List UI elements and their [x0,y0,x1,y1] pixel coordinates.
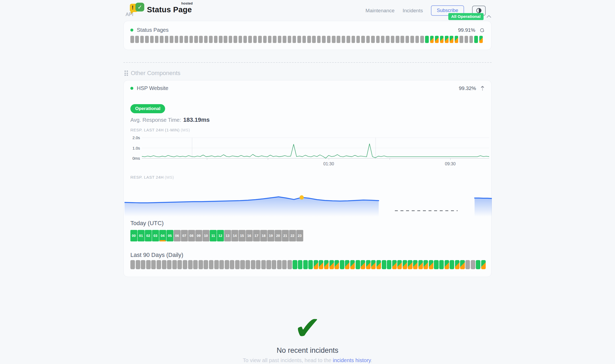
hour-block-07[interactable]: 07 [181,230,188,241]
uptime-bar-na[interactable] [465,260,470,269]
hour-block-14[interactable]: 14 [231,230,238,241]
hour-block-18[interactable]: 18 [260,230,267,241]
uptime-bar-na[interactable] [317,36,321,43]
uptime-bar-na[interactable] [337,36,340,43]
uptime-bar-deg[interactable] [366,260,371,269]
uptime-bar-deg[interactable] [429,260,433,269]
uptime-bar-na[interactable] [396,36,399,43]
uptime-bar-op[interactable] [439,260,444,269]
uptime-bar-na[interactable] [366,36,370,43]
uptime-bar-na[interactable] [410,36,414,43]
uptime-bar-na[interactable] [253,36,257,43]
uptime-bar-deg[interactable] [460,260,465,269]
logo[interactable]: ! ✓ Status Page hosted [130,2,192,15]
uptime-bar-na[interactable] [175,36,178,43]
uptime-bar-na[interactable] [145,36,149,43]
uptime-bar-op[interactable] [425,36,429,43]
uptime-bar-na[interactable] [240,260,245,269]
uptime-bar-na[interactable] [239,36,242,43]
uptime-bar-op[interactable] [434,260,438,269]
uptime-bar-deg[interactable] [455,36,458,43]
hour-block-20[interactable]: 20 [275,230,282,241]
uptime-bar-op[interactable] [474,36,478,43]
uptime-bar-na[interactable] [151,260,156,269]
uptime-bar-na[interactable] [258,36,262,43]
uptime-bar-na[interactable] [146,260,151,269]
uptime-bar-na[interactable] [352,36,355,43]
uptime-bar-na[interactable] [230,260,234,269]
uptime-bar-op[interactable] [303,260,308,269]
uptime-bar-deg[interactable] [408,260,412,269]
uptime-bar-na[interactable] [193,260,198,269]
uptime-bar-deg[interactable] [361,260,365,269]
uptime-bar-deg[interactable] [350,260,355,269]
collapse-arrow-icon[interactable] [480,86,485,91]
uptime-bar-na[interactable] [184,36,188,43]
uptime-bar-na[interactable] [261,260,266,269]
uptime-bar-op[interactable] [382,260,386,269]
nav-maintenance[interactable]: Maintenance [365,8,395,14]
uptime-bar-na[interactable] [248,36,252,43]
uptime-bar-deg[interactable] [345,260,349,269]
uptime-bar-na[interactable] [194,36,198,43]
uptime-bar-na[interactable] [469,36,473,43]
hour-block-06[interactable]: 06 [174,230,181,241]
uptime-bar-na[interactable] [183,260,187,269]
uptime-bar-na[interactable] [278,36,282,43]
uptime-bar-na[interactable] [189,36,193,43]
uptime-bar-op[interactable] [308,260,313,269]
uptime-bar-na[interactable] [180,36,183,43]
uptime-bar-na[interactable] [136,260,140,269]
uptime-bar-op[interactable] [450,260,454,269]
hour-block-23[interactable]: 23 [296,230,303,241]
uptime-bar-na[interactable] [150,36,154,43]
uptime-bar-na[interactable] [199,36,203,43]
resp-1min-plot[interactable] [142,135,489,160]
refresh-icon[interactable] [480,28,485,33]
uptime-bar-na[interactable] [415,36,419,43]
uptime-bar-na[interactable] [160,36,164,43]
uptime-bar-deg[interactable] [435,36,439,43]
uptime-bar-na[interactable] [246,260,250,269]
incidents-history-link[interactable]: incidents history [333,357,371,363]
uptime-bar-na[interactable] [219,260,224,269]
uptime-bar-na[interactable] [293,36,296,43]
uptime-bar-na[interactable] [406,36,409,43]
uptime-bar-deg[interactable] [371,260,376,269]
uptime-bar-na[interactable] [251,260,255,269]
uptime-bar-deg[interactable] [314,260,318,269]
uptime-bar-deg[interactable] [397,260,402,269]
uptime-bar-deg[interactable] [445,36,449,43]
uptime-bar-na[interactable] [297,36,301,43]
hour-block-01[interactable]: 01 [138,230,145,241]
uptime-bar-na[interactable] [272,260,276,269]
uptime-bar-na[interactable] [381,36,385,43]
highlight-marker-dot[interactable] [299,195,304,199]
uptime-bar-na[interactable] [155,36,159,43]
hour-block-15[interactable]: 15 [239,230,246,241]
uptime-bar-na[interactable] [282,260,287,269]
uptime-bar-na[interactable] [322,36,326,43]
hour-block-08[interactable]: 08 [188,230,195,241]
uptime-bar-na[interactable] [391,36,395,43]
hour-block-00[interactable]: 00 [130,230,137,241]
hour-block-11[interactable]: 11 [210,230,217,241]
nav-incidents[interactable]: Incidents [403,8,423,14]
uptime-bar-na[interactable] [130,36,134,43]
uptime-bar-op[interactable] [298,260,302,269]
uptime-bar-deg[interactable] [319,260,323,269]
hour-block-09[interactable]: 09 [195,230,202,241]
hour-block-22[interactable]: 22 [289,230,296,241]
uptime-bar-na[interactable] [332,36,336,43]
uptime-bar-deg[interactable] [418,260,423,269]
uptime-bar-na[interactable] [198,260,203,269]
uptime-bar-deg[interactable] [392,260,397,269]
uptime-bar-na[interactable] [287,260,292,269]
uptime-bar-deg[interactable] [376,260,381,269]
uptime-bar-na[interactable] [140,36,144,43]
hour-block-05[interactable]: 05 [166,230,173,241]
uptime-bar-deg[interactable] [329,260,334,269]
uptime-bar-na[interactable] [177,260,182,269]
uptime-bar-na[interactable] [235,260,240,269]
uptime-bar-na[interactable] [162,260,166,269]
